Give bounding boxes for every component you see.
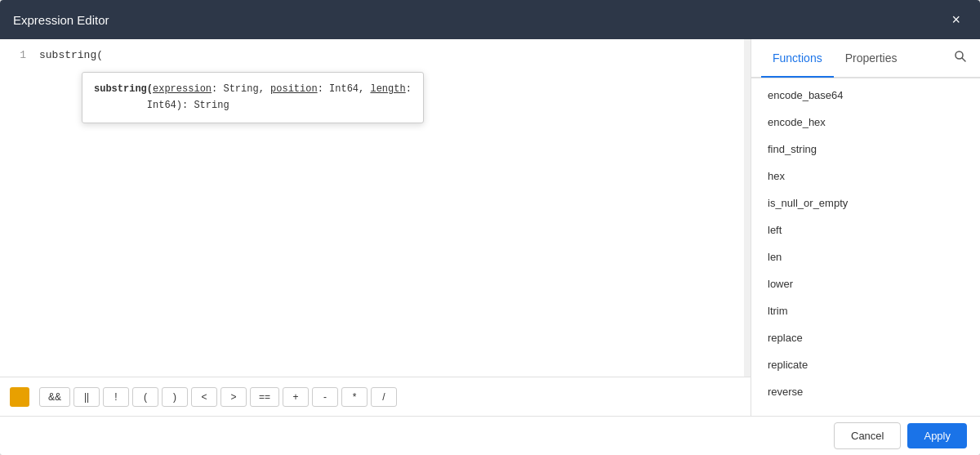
operator-minus[interactable]: - bbox=[312, 387, 338, 407]
function-item[interactable]: replace bbox=[751, 324, 980, 351]
function-item[interactable]: len bbox=[751, 243, 980, 270]
function-item[interactable]: lower bbox=[751, 270, 980, 297]
editor-panel: 1 substring( substring(expression: Strin… bbox=[0, 39, 751, 416]
main-area: 1 substring( substring(expression: Strin… bbox=[0, 39, 980, 416]
function-item[interactable]: encode_base64 bbox=[751, 82, 980, 109]
operator-and[interactable]: && bbox=[39, 387, 70, 407]
tab-properties[interactable]: Properties bbox=[834, 40, 909, 78]
autocomplete-param3: length bbox=[370, 83, 405, 95]
close-button[interactable]: × bbox=[945, 9, 967, 30]
operator-equals[interactable]: == bbox=[250, 387, 279, 407]
operator-greater-than[interactable]: > bbox=[220, 387, 247, 407]
operator-plus[interactable]: + bbox=[283, 387, 309, 407]
function-item[interactable]: left bbox=[751, 216, 980, 243]
function-item[interactable]: ltrim bbox=[751, 297, 980, 324]
operator-toolbar: && || ! ( ) < > == + - * / bbox=[0, 377, 751, 416]
autocomplete-func-name: substring( bbox=[94, 83, 153, 95]
autocomplete-popup: substring(expression: String, position: … bbox=[82, 72, 424, 123]
operator-multiply[interactable]: * bbox=[341, 387, 368, 407]
operator-less-than[interactable]: < bbox=[191, 387, 217, 407]
functions-list: encode_base64encode_hexfind_stringhexis_… bbox=[751, 78, 980, 416]
search-icon bbox=[954, 50, 967, 63]
operator-close-paren[interactable]: ) bbox=[162, 387, 188, 407]
apply-button[interactable]: Apply bbox=[907, 423, 967, 448]
function-item[interactable]: replicate bbox=[751, 351, 980, 378]
operator-open-paren[interactable]: ( bbox=[132, 387, 158, 407]
editor-wrapper: 1 substring( substring(expression: Strin… bbox=[0, 39, 751, 377]
scrollbar[interactable] bbox=[744, 39, 751, 377]
modal-title: Expression Editor bbox=[13, 13, 109, 27]
autocomplete-param1: expression bbox=[153, 83, 212, 95]
function-item[interactable]: reverse bbox=[751, 378, 980, 405]
function-item[interactable]: encode_hex bbox=[751, 109, 980, 136]
function-item[interactable]: is_null_or_empty bbox=[751, 190, 980, 216]
footer-bar: Cancel Apply bbox=[0, 416, 980, 455]
expression-editor-modal: Expression Editor × 1 substring( substri… bbox=[0, 0, 980, 455]
title-bar: Expression Editor × bbox=[0, 0, 980, 39]
operator-not[interactable]: ! bbox=[103, 387, 129, 407]
svg-line-1 bbox=[962, 58, 965, 61]
autocomplete-param2: position bbox=[270, 83, 318, 95]
operator-divide[interactable]: / bbox=[371, 387, 397, 407]
function-item[interactable]: find_string bbox=[751, 136, 980, 163]
expression-icon bbox=[10, 387, 29, 407]
search-button[interactable] bbox=[951, 47, 970, 69]
operator-or[interactable]: || bbox=[74, 387, 100, 407]
tab-functions[interactable]: Functions bbox=[761, 40, 834, 78]
right-panel-tabs: Functions Properties bbox=[751, 39, 980, 78]
right-panel: Functions Properties encode_base64encode… bbox=[751, 39, 980, 416]
cancel-button[interactable]: Cancel bbox=[834, 422, 901, 449]
function-item[interactable]: hex bbox=[751, 163, 980, 190]
